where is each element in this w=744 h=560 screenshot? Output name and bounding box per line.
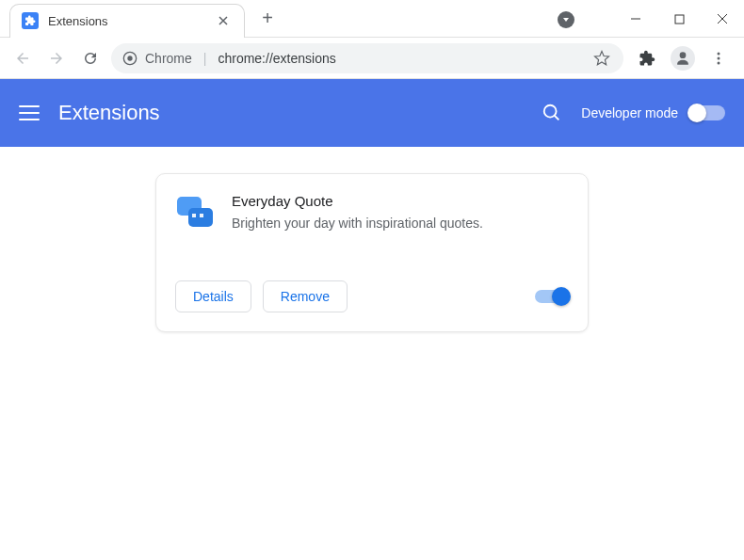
browser-tab-active[interactable]: Extensions: [9, 4, 245, 38]
minimize-button[interactable]: [614, 0, 657, 38]
svg-point-7: [718, 61, 720, 64]
details-button[interactable]: Details: [175, 280, 251, 312]
svg-point-5: [718, 52, 720, 55]
svg-point-8: [544, 105, 557, 118]
developer-mode-control: Developer mode: [581, 105, 725, 120]
extension-name: Everyday Quote: [232, 193, 483, 209]
extension-description: Brighten your day with inspirational quo…: [232, 215, 483, 233]
tab-title: Extensions: [48, 14, 206, 28]
chrome-icon: [122, 51, 137, 66]
tab-search-button[interactable]: [558, 11, 574, 28]
developer-mode-toggle[interactable]: [689, 105, 725, 120]
puzzle-piece-icon: [22, 12, 39, 29]
close-window-button[interactable]: [701, 0, 744, 38]
extensions-list: Everyday Quote Brighten your day with in…: [0, 147, 744, 560]
svg-point-3: [127, 56, 132, 60]
browser-toolbar: Chrome | chrome://extensions: [0, 38, 744, 79]
page-title: Extensions: [58, 101, 523, 125]
extensions-puzzle-icon[interactable]: [637, 48, 657, 69]
svg-line-9: [555, 116, 559, 120]
remove-button[interactable]: Remove: [263, 280, 348, 312]
chrome-menu-button[interactable]: [708, 48, 729, 69]
extension-enable-toggle[interactable]: [535, 290, 569, 303]
url-text: Chrome | chrome://extensions: [145, 51, 584, 66]
svg-point-6: [718, 56, 720, 59]
extension-card: Everyday Quote Brighten your day with in…: [155, 173, 589, 332]
svg-rect-12: [192, 214, 196, 217]
menu-icon[interactable]: [19, 103, 40, 123]
tab-close-button[interactable]: [216, 13, 231, 28]
window-controls: [614, 0, 744, 38]
reload-button[interactable]: [77, 45, 104, 72]
extensions-page-header: Extensions Developer mode: [0, 79, 744, 147]
browser-titlebar: Extensions +: [0, 0, 744, 38]
svg-rect-1: [675, 15, 684, 24]
bookmark-star-icon[interactable]: [591, 48, 612, 69]
search-icon[interactable]: [542, 103, 562, 123]
maximize-button[interactable]: [657, 0, 701, 38]
back-button[interactable]: [9, 45, 36, 72]
developer-mode-label: Developer mode: [581, 105, 678, 120]
new-tab-button[interactable]: +: [254, 6, 281, 32]
svg-rect-13: [200, 214, 203, 217]
forward-button[interactable]: [43, 45, 70, 72]
extension-icon: [175, 193, 215, 232]
address-bar[interactable]: Chrome | chrome://extensions: [111, 43, 623, 73]
profile-avatar[interactable]: [671, 46, 695, 71]
svg-point-4: [680, 52, 687, 58]
